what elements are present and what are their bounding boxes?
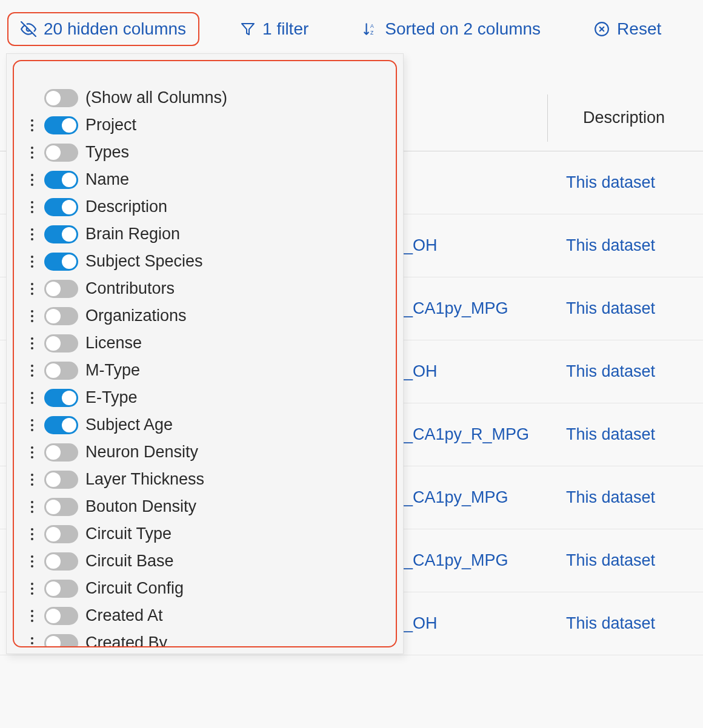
drag-handle-icon[interactable] [31, 174, 39, 186]
cell-name[interactable]: _CA1py_MPG [404, 551, 508, 570]
column-toggle-row: Circuit Type [31, 520, 379, 548]
column-label: Project [85, 116, 136, 134]
columns-dropdown-inner: (Show all Columns)ProjectTypesNameDescri… [13, 60, 397, 647]
column-toggle-row: E-Type [31, 384, 379, 411]
cell-name[interactable]: _OH [404, 236, 438, 255]
drag-handle-icon[interactable] [31, 365, 39, 377]
column-toggle-row: Created At [31, 602, 379, 629]
column-toggle[interactable] [44, 116, 78, 134]
column-toggle-row: Bouton Density [31, 493, 379, 520]
column-toggle[interactable] [44, 144, 78, 162]
column-toggle[interactable] [44, 171, 78, 189]
svg-marker-1 [242, 24, 254, 35]
columns-dropdown: (Show all Columns)ProjectTypesNameDescri… [6, 53, 404, 654]
column-toggle-row: License [31, 329, 379, 357]
drag-handle-icon[interactable] [31, 392, 39, 404]
drag-handle-icon[interactable] [31, 610, 39, 622]
column-toggle[interactable] [44, 225, 78, 243]
filter-button[interactable]: 1 filter [228, 13, 321, 45]
column-toggle-row: Contributors [31, 275, 379, 302]
column-toggle[interactable] [44, 198, 78, 216]
column-toggle[interactable] [44, 498, 78, 516]
cell-name[interactable]: _CA1py_MPG [404, 488, 508, 507]
cell-name[interactable]: _CA1py_MPG [404, 299, 508, 318]
drag-handle-icon[interactable] [31, 147, 39, 159]
column-toggle[interactable] [44, 89, 78, 107]
column-label: Subject Species [85, 252, 203, 271]
drag-handle-icon[interactable] [31, 119, 39, 131]
column-label: (Show all Columns) [85, 88, 227, 107]
drag-handle-icon[interactable] [31, 583, 39, 595]
column-divider[interactable] [547, 94, 548, 142]
cell-description[interactable]: This dataset [566, 551, 655, 570]
column-label: Subject Age [85, 415, 173, 434]
drag-handle-icon[interactable] [31, 337, 39, 349]
column-toggle[interactable] [44, 253, 78, 271]
column-toggle[interactable] [44, 280, 78, 298]
column-toggle[interactable] [44, 525, 78, 543]
filter-label: 1 filter [262, 19, 308, 39]
column-toggle-row: Subject Age [31, 411, 379, 438]
column-toggle[interactable] [44, 307, 78, 325]
column-toggle-row: M-Type [31, 357, 379, 384]
cell-name[interactable]: _OH [404, 614, 438, 633]
column-toggle[interactable] [44, 552, 78, 571]
column-header-description[interactable]: Description [566, 108, 665, 127]
column-toggle[interactable] [44, 362, 78, 380]
cell-name[interactable]: _OH [404, 362, 438, 381]
column-toggle-row: Subject Species [31, 248, 379, 275]
column-label: Created At [85, 606, 163, 625]
cell-description[interactable]: This dataset [566, 614, 655, 633]
column-label: Circuit Type [85, 524, 172, 543]
cell-description[interactable]: This dataset [566, 488, 655, 507]
eye-off-icon [21, 21, 36, 37]
drag-handle-icon[interactable] [31, 446, 39, 458]
column-toggle-row: Organizations [31, 302, 379, 329]
drag-handle-icon[interactable] [31, 528, 39, 540]
column-toggle[interactable] [44, 580, 78, 598]
cell-description[interactable]: This dataset [566, 362, 655, 381]
column-toggle[interactable] [44, 607, 78, 625]
hidden-columns-button[interactable]: 20 hidden columns [7, 12, 199, 46]
drag-handle-icon[interactable] [31, 474, 39, 486]
sort-label: Sorted on 2 columns [385, 19, 541, 39]
toolbar: 20 hidden columns 1 filter A Z Sorted on… [0, 0, 703, 58]
column-label: E-Type [85, 388, 138, 407]
column-toggle[interactable] [44, 334, 78, 352]
svg-text:Z: Z [370, 30, 374, 36]
drag-handle-icon[interactable] [31, 228, 39, 240]
cell-description[interactable]: This dataset [566, 425, 655, 444]
column-toggle[interactable] [44, 634, 78, 648]
cell-description[interactable]: This dataset [566, 299, 655, 318]
column-label: Name [85, 170, 129, 189]
column-toggle[interactable] [44, 416, 78, 434]
reset-label: Reset [617, 19, 661, 39]
column-toggle-row: Layer Thickness [31, 466, 379, 493]
column-toggle[interactable] [44, 389, 78, 407]
drag-handle-icon[interactable] [31, 419, 39, 431]
drag-handle-icon[interactable] [31, 310, 39, 322]
column-label: Bouton Density [85, 497, 196, 516]
drag-handle-icon[interactable] [31, 501, 39, 513]
column-label: M-Type [85, 361, 140, 380]
reset-button[interactable]: Reset [582, 13, 673, 45]
column-label: Layer Thickness [85, 470, 204, 489]
cell-name[interactable]: _CA1py_R_MPG [404, 425, 529, 444]
columns-list: (Show all Columns)ProjectTypesNameDescri… [31, 84, 379, 647]
drag-handle-icon[interactable] [31, 256, 39, 268]
column-toggle-row: Created By [31, 629, 379, 647]
column-label: Types [85, 143, 129, 162]
column-label: Neuron Density [85, 443, 198, 462]
column-toggle[interactable] [44, 471, 78, 489]
drag-handle-icon[interactable] [31, 283, 39, 295]
sort-button[interactable]: A Z Sorted on 2 columns [350, 13, 553, 45]
column-label: Contributors [85, 279, 175, 298]
drag-handle-icon[interactable] [31, 555, 39, 568]
cell-description[interactable]: This dataset [566, 173, 655, 192]
cell-description[interactable]: This dataset [566, 236, 655, 255]
column-toggle[interactable] [44, 443, 78, 462]
column-toggle-row: Brain Region [31, 220, 379, 248]
drag-handle-icon[interactable] [31, 637, 39, 648]
column-label: Circuit Base [85, 552, 174, 571]
drag-handle-icon[interactable] [31, 201, 39, 213]
